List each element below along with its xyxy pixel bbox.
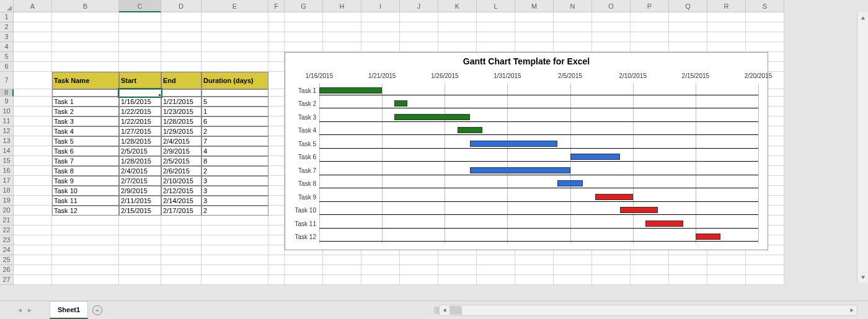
- cell-A11[interactable]: [14, 116, 52, 126]
- cell-H1[interactable]: [323, 12, 361, 22]
- cell-I2[interactable]: [361, 22, 400, 32]
- cell-P27[interactable]: [631, 275, 669, 285]
- cell-D6[interactable]: [161, 62, 202, 72]
- cell-H25[interactable]: [323, 255, 361, 265]
- cell-D25[interactable]: [161, 255, 202, 265]
- cell-E4[interactable]: [202, 42, 268, 52]
- table-row-blank[interactable]: [52, 89, 119, 97]
- row-header-8[interactable]: 8: [0, 89, 14, 97]
- cell-F27[interactable]: [268, 275, 285, 285]
- task-duration[interactable]: 5: [202, 97, 268, 107]
- cell-C21[interactable]: [119, 216, 161, 225]
- cell-A6[interactable]: [14, 62, 52, 72]
- cell-S26[interactable]: [746, 265, 784, 275]
- row-header-6[interactable]: 6: [0, 62, 14, 72]
- col-header-S[interactable]: S: [746, 0, 784, 12]
- cell-E21[interactable]: [202, 216, 268, 225]
- row-header-14[interactable]: 14: [0, 146, 14, 156]
- cell-L4[interactable]: [477, 42, 515, 52]
- cell-G2[interactable]: [285, 22, 323, 32]
- active-cell[interactable]: [119, 89, 161, 97]
- cell-E3[interactable]: [202, 32, 268, 42]
- cell-I1[interactable]: [361, 12, 400, 22]
- cell-F20[interactable]: [268, 206, 285, 216]
- cell-K25[interactable]: [438, 255, 477, 265]
- scroll-left-arrow-icon[interactable]: [440, 306, 450, 315]
- cell-C25[interactable]: [119, 255, 161, 265]
- col-header-K[interactable]: K: [438, 0, 477, 12]
- cell-E5[interactable]: [202, 52, 268, 62]
- col-header-D[interactable]: D: [161, 0, 202, 12]
- cell-K26[interactable]: [438, 265, 477, 275]
- cell-F8[interactable]: [268, 89, 285, 97]
- cell-E27[interactable]: [202, 275, 268, 285]
- cell-C3[interactable]: [119, 32, 161, 42]
- row-header-24[interactable]: 24: [0, 245, 14, 255]
- task-start[interactable]: 2/4/2015: [119, 166, 161, 176]
- cell-N26[interactable]: [554, 265, 592, 275]
- cell-A13[interactable]: [14, 136, 52, 146]
- cell-S27[interactable]: [746, 275, 784, 285]
- cell-A20[interactable]: [14, 206, 52, 216]
- col-header-B[interactable]: B: [52, 0, 119, 12]
- cell-B1[interactable]: [52, 12, 119, 22]
- cell-D22[interactable]: [161, 225, 202, 235]
- cell-B21[interactable]: [52, 216, 119, 225]
- task-name[interactable]: Task 10: [52, 186, 119, 196]
- cell-F21[interactable]: [268, 216, 285, 225]
- cell-A23[interactable]: [14, 235, 52, 245]
- cell-J27[interactable]: [400, 275, 438, 285]
- cell-D23[interactable]: [161, 235, 202, 245]
- cell-N2[interactable]: [554, 22, 592, 32]
- cell-F16[interactable]: [268, 166, 285, 176]
- cell-B3[interactable]: [52, 32, 119, 42]
- row-header-20[interactable]: 20: [0, 206, 14, 216]
- cell-Q1[interactable]: [669, 12, 707, 22]
- col-header-O[interactable]: O: [592, 0, 631, 12]
- cell-K2[interactable]: [438, 22, 477, 32]
- cell-A22[interactable]: [14, 225, 52, 235]
- col-header-G[interactable]: G: [285, 0, 323, 12]
- row-header-5[interactable]: 5: [0, 52, 14, 62]
- row-header-16[interactable]: 16: [0, 166, 14, 176]
- cell-O1[interactable]: [592, 12, 631, 22]
- cell-L26[interactable]: [477, 265, 515, 275]
- task-duration[interactable]: 3: [202, 176, 268, 186]
- row-header-4[interactable]: 4: [0, 42, 14, 52]
- task-duration[interactable]: 3: [202, 186, 268, 196]
- col-header-F[interactable]: F: [268, 0, 285, 12]
- sheet-tab-active[interactable]: Sheet1: [50, 301, 88, 319]
- cell-M25[interactable]: [515, 255, 554, 265]
- cell-A17[interactable]: [14, 176, 52, 186]
- row-header-13[interactable]: 13: [0, 136, 14, 146]
- cell-A7[interactable]: [14, 72, 52, 89]
- cell-A16[interactable]: [14, 166, 52, 176]
- new-sheet-button[interactable]: +: [88, 301, 107, 319]
- row-header-25[interactable]: 25: [0, 255, 14, 265]
- cell-D3[interactable]: [161, 32, 202, 42]
- row-header-21[interactable]: 21: [0, 216, 14, 225]
- cell-M2[interactable]: [515, 22, 554, 32]
- cell-D2[interactable]: [161, 22, 202, 32]
- task-name[interactable]: Task 7: [52, 156, 119, 166]
- task-start[interactable]: 1/22/2015: [119, 116, 161, 126]
- cell-F25[interactable]: [268, 255, 285, 265]
- cell-I4[interactable]: [361, 42, 400, 52]
- cell-R26[interactable]: [707, 265, 746, 275]
- task-start[interactable]: 2/9/2015: [119, 186, 161, 196]
- task-end[interactable]: 2/12/2015: [161, 186, 202, 196]
- cell-B2[interactable]: [52, 22, 119, 32]
- task-name[interactable]: Task 2: [52, 107, 119, 116]
- table-row-blank[interactable]: [202, 89, 268, 97]
- cell-O27[interactable]: [592, 275, 631, 285]
- cell-C24[interactable]: [119, 245, 161, 255]
- cell-J4[interactable]: [400, 42, 438, 52]
- task-start[interactable]: 1/28/2015: [119, 136, 161, 146]
- row-header-22[interactable]: 22: [0, 225, 14, 235]
- cell-Q4[interactable]: [669, 42, 707, 52]
- row-header-10[interactable]: 10: [0, 107, 14, 116]
- cell-L2[interactable]: [477, 22, 515, 32]
- cell-A21[interactable]: [14, 216, 52, 225]
- row-header-19[interactable]: 19: [0, 196, 14, 206]
- cell-I25[interactable]: [361, 255, 400, 265]
